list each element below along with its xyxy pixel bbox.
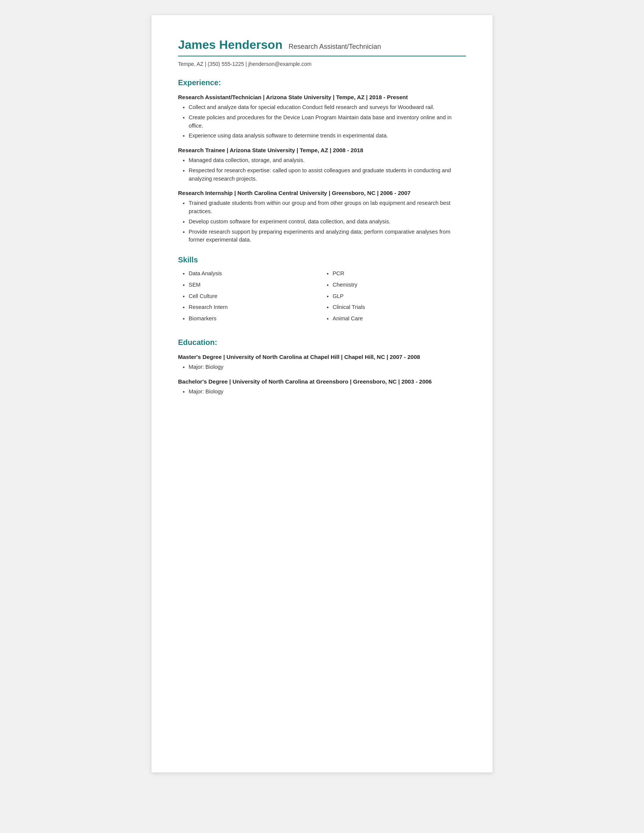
experience-section: Experience: Research Assistant/Technicia… [178,78,466,244]
skills-column-1: Data Analysis SEM Cell Culture Research … [178,270,322,327]
candidate-job-title: Research Assistant/Technician [289,43,381,51]
job-header-3: Research Internship | North Carolina Cen… [178,190,466,196]
list-item: SEM [188,281,322,289]
job-bullets-3: Trained graduate students from within ou… [188,199,466,244]
list-item: Data Analysis [188,270,322,278]
list-item: Biomarkers [188,315,322,323]
list-item: GLP [333,292,466,301]
list-item: Research Intern [188,303,322,312]
list-item: Experience using data analysis software … [188,132,466,140]
list-item: Cell Culture [188,292,322,301]
list-item: Major: Biology [188,388,466,396]
list-item: PCR [333,270,466,278]
skills-title: Skills [178,256,466,264]
list-item: Clinical Trials [333,303,466,312]
list-item: Provide research support by preparing ex… [188,228,466,244]
degree-header-2: Bachelor's Degree | University of North … [178,378,466,385]
list-item: Collect and analyze data for special edu… [188,103,466,112]
skills-column-2: PCR Chemistry GLP Clinical Trials Animal… [322,270,466,327]
list-item: Managed data collection, storage, and an… [188,156,466,165]
degree-bullets-1: Major: Biology [188,363,466,371]
header-divider [178,56,466,56]
list-item: Animal Care [333,315,466,323]
list-item: Major: Biology [188,363,466,371]
name-title-row: James Henderson Research Assistant/Techn… [178,38,466,52]
job-header-2: Research Trainee | Arizona State Univers… [178,147,466,153]
skills-list-2: PCR Chemistry GLP Clinical Trials Animal… [333,270,466,323]
list-item: Create policies and procedures for the D… [188,114,466,130]
candidate-name: James Henderson [178,38,283,52]
degree-bullets-2: Major: Biology [188,388,466,396]
job-header-1: Research Assistant/Technician | Arizona … [178,94,466,100]
list-item: Respected for research expertise: called… [188,167,466,183]
contact-info: Tempe, AZ | (350) 555-1225 | jhenderson@… [178,61,466,67]
header-section: James Henderson Research Assistant/Techn… [178,38,466,67]
list-item: Trained graduate students from within ou… [188,199,466,216]
skills-list-1: Data Analysis SEM Cell Culture Research … [188,270,322,323]
skills-grid: Data Analysis SEM Cell Culture Research … [178,270,466,327]
job-bullets-2: Managed data collection, storage, and an… [188,156,466,183]
education-title: Education: [178,338,466,347]
degree-header-1: Master's Degree | University of North Ca… [178,354,466,360]
skills-section: Skills Data Analysis SEM Cell Culture Re… [178,256,466,327]
list-item: Develop custom software for experiment c… [188,218,466,226]
job-bullets-1: Collect and analyze data for special edu… [188,103,466,140]
experience-title: Experience: [178,78,466,87]
education-section: Education: Master's Degree | University … [178,338,466,396]
resume-container: James Henderson Research Assistant/Techn… [151,15,493,772]
list-item: Chemistry [333,281,466,289]
